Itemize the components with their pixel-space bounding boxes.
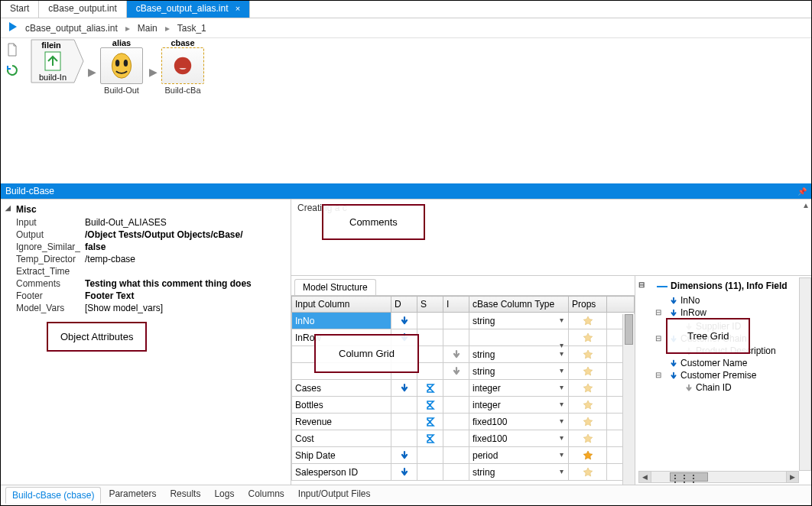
scroll-right-icon[interactable]: ▶ <box>786 472 798 482</box>
grid-header[interactable]: Input Column <box>292 297 391 313</box>
cell-i[interactable] <box>443 313 469 329</box>
node-cbase[interactable]: cbase Build-cBa <box>160 38 206 95</box>
cell-input-column[interactable]: Salesperson ID <box>292 464 391 481</box>
cell-s[interactable] <box>417 363 443 380</box>
prop-row[interactable]: Output/Object Tests/Output Objects/cBase… <box>5 229 286 241</box>
column-grid[interactable]: Input ColumnDSIcBase Column TypeProps In… <box>291 296 635 485</box>
cell-d[interactable] <box>391 313 417 329</box>
grid-header[interactable]: cBase Column Type <box>469 297 569 313</box>
grid-row[interactable]: Bottlesinteger <box>292 397 635 414</box>
scroll-thumb[interactable]: ⋮⋮⋮ <box>670 472 708 482</box>
cell-d[interactable] <box>391 414 417 430</box>
tree-item[interactable]: InNo <box>638 294 810 307</box>
cell-input-column[interactable]: Revenue <box>292 414 391 430</box>
tab-model-structure[interactable]: Model Structure <box>294 279 376 295</box>
bottom-tab[interactable]: Input/Output Files <box>292 486 377 503</box>
bottom-tab[interactable]: Build-cBase (cbase) <box>5 487 101 504</box>
cell-d[interactable] <box>391 464 417 481</box>
prop-row[interactable]: Temp_Director/temp-cbase <box>5 253 286 265</box>
refresh-icon[interactable] <box>5 63 19 79</box>
grid-row[interactable]: Revenuefixed100 <box>292 414 635 430</box>
prop-row[interactable]: FooterFooter Text <box>5 290 286 302</box>
prop-row[interactable]: Model_Vars[Show model_vars] <box>5 302 286 314</box>
tree-item[interactable]: Customer Name <box>638 357 810 369</box>
cell-d[interactable] <box>391 430 417 447</box>
expand-icon[interactable]: ⊟ <box>655 334 661 342</box>
cell-type[interactable]: integer <box>469 380 569 397</box>
bottom-tab[interactable]: Parameters <box>102 486 162 503</box>
cell-type[interactable]: string <box>469 346 569 363</box>
grid-row[interactable]: Salesperson IDstring <box>292 464 635 481</box>
tree-item[interactable]: ⊟InRow <box>638 307 810 319</box>
cell-s[interactable] <box>417 397 443 414</box>
cell-i[interactable] <box>443 447 469 464</box>
cell-s[interactable] <box>417 313 443 329</box>
cell-type[interactable]: string <box>469 363 569 380</box>
cell-input-column[interactable]: Cases <box>292 380 391 397</box>
grid-row[interactable]: InNostring <box>292 313 635 329</box>
crumb-main[interactable]: Main <box>138 23 158 34</box>
tree-header[interactable]: Dimensions (11), Info Field <box>638 279 810 294</box>
cell-type[interactable]: string <box>469 464 569 481</box>
cell-i[interactable] <box>443 414 469 430</box>
expand-icon[interactable]: ⊟ <box>655 371 661 379</box>
cell-props[interactable] <box>569 414 607 430</box>
cell-i[interactable] <box>443 430 469 447</box>
cell-input-column[interactable]: InNo <box>292 313 391 329</box>
cell-s[interactable] <box>417 380 443 397</box>
crumb-task[interactable]: Task_1 <box>177 23 206 34</box>
cell-i[interactable] <box>443 397 469 414</box>
pin-icon[interactable]: 📌 <box>797 187 807 196</box>
tab-cbase-output[interactable]: cBase_output.int <box>39 1 126 18</box>
prop-row[interactable]: InputBuild-Out_ALIASES <box>5 216 286 229</box>
cell-type[interactable]: fixed100 <box>469 414 569 430</box>
scroll-up-icon[interactable]: ▲ <box>802 201 810 209</box>
cell-props[interactable] <box>569 464 607 481</box>
cell-input-column[interactable]: Bottles <box>292 397 391 414</box>
close-icon[interactable]: × <box>235 4 240 13</box>
tab-cbase-output-alias[interactable]: cBase_output_alias.int × <box>127 1 251 18</box>
grid-row[interactable]: Casesinteger <box>292 380 635 397</box>
cell-props[interactable] <box>569 380 607 397</box>
grid-row[interactable]: Ship Dateperiod <box>292 447 635 464</box>
prop-group-misc[interactable]: Misc <box>5 203 286 216</box>
cell-props[interactable] <box>569 397 607 414</box>
grid-header[interactable]: Props <box>569 297 607 313</box>
cell-s[interactable] <box>417 329 443 346</box>
cell-type[interactable]: string <box>469 313 569 329</box>
tree-scrollbar-h[interactable]: ◀ ⋮⋮⋮ ▶ <box>638 471 799 483</box>
document-icon[interactable] <box>5 43 19 59</box>
cell-props[interactable] <box>569 430 607 447</box>
cell-s[interactable] <box>417 447 443 464</box>
cell-i[interactable] <box>443 329 469 346</box>
grid-header[interactable] <box>607 297 635 313</box>
comments-area[interactable]: Creating a c ▲ Comments <box>291 199 811 276</box>
cell-i[interactable] <box>443 464 469 481</box>
cell-i[interactable] <box>443 380 469 397</box>
cell-d[interactable] <box>391 447 417 464</box>
cell-input-column[interactable]: Cost <box>292 430 391 447</box>
prop-row[interactable]: CommentsTesting what this comment thing … <box>5 277 286 290</box>
cell-i[interactable] <box>443 363 469 380</box>
prop-row[interactable]: Ignore_Similar_false <box>5 241 286 253</box>
cell-type[interactable]: fixed100 <box>469 430 569 447</box>
bottom-tab[interactable]: Results <box>164 486 206 503</box>
cell-s[interactable] <box>417 430 443 447</box>
grid-header[interactable]: D <box>391 297 417 313</box>
grid-header[interactable]: S <box>417 297 443 313</box>
cell-d[interactable] <box>391 380 417 397</box>
bottom-tab[interactable]: Logs <box>208 486 240 503</box>
node-alias[interactable]: alias Build-Out <box>99 38 145 95</box>
grid-scrollbar[interactable] <box>622 314 635 485</box>
scroll-left-icon[interactable]: ◀ <box>639 472 651 482</box>
tree-item[interactable]: Chain ID <box>638 381 810 394</box>
cell-type[interactable]: period <box>469 447 569 464</box>
prop-row[interactable]: Extract_Time <box>5 265 286 277</box>
tree-item[interactable]: ⊟Customer Premise <box>638 369 810 381</box>
crumb-file[interactable]: cBase_output_alias.int <box>25 23 118 34</box>
cell-s[interactable] <box>417 464 443 481</box>
cell-props[interactable] <box>569 447 607 464</box>
bottom-tab[interactable]: Columns <box>242 486 290 503</box>
cell-type[interactable] <box>469 329 569 346</box>
cell-props[interactable] <box>569 329 607 346</box>
